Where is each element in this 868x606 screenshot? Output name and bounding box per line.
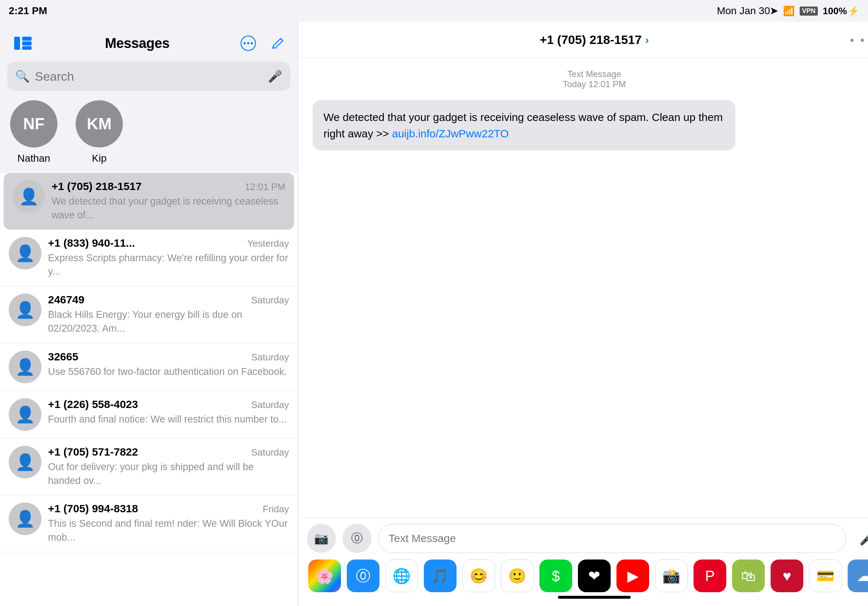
avatar: KM xyxy=(76,100,123,147)
battery-bolt: ⚡ xyxy=(848,5,859,17)
person-icon: 👤 xyxy=(15,244,35,263)
app-icon-iheart[interactable]: ♥ xyxy=(770,560,803,592)
person-icon: 👤 xyxy=(15,405,35,424)
person-icon: 👤 xyxy=(15,509,35,528)
vpn-badge: VPN xyxy=(800,6,817,15)
filter-button[interactable] xyxy=(239,34,258,53)
main-container: Messages xyxy=(0,22,868,606)
msg-avatar: 👤 xyxy=(9,398,42,431)
app-icon-pinterest[interactable]: P xyxy=(693,560,726,592)
pinned-contact[interactable]: NF Nathan xyxy=(10,100,57,164)
svg-point-6 xyxy=(247,42,250,44)
app-icon-heart[interactable]: ❤ xyxy=(578,560,611,592)
message-input[interactable] xyxy=(378,524,846,553)
status-time: 2:21 PM xyxy=(9,5,712,17)
message-item[interactable]: 👤 +1 (833) 940-11... Yesterday Express S… xyxy=(0,230,298,287)
compose-icon xyxy=(270,36,286,51)
msg-content: +1 (705) 571-7822 Saturday Out for deliv… xyxy=(48,446,289,488)
msg-top-row: 32665 Saturday xyxy=(48,351,289,363)
message-list: 👤 +1 (705) 218-1517 12:01 PM We detected… xyxy=(0,173,298,606)
message-item[interactable]: 👤 +1 (705) 571-7822 Saturday Out for del… xyxy=(0,439,298,496)
message-item[interactable]: 👤 +1 (705) 994-8318 Friday This is Secon… xyxy=(0,495,298,552)
msg-content: +1 (226) 558-4023 Saturday Fourth and fi… xyxy=(48,398,289,427)
app-icons-row: 🌸⓪🌐🎵😊🙂$❤▶📸P🛍♥💳☁ xyxy=(307,560,868,592)
header-icons xyxy=(239,34,288,53)
msg-time: Saturday xyxy=(251,399,289,411)
app-icon-shop[interactable]: 🛍 xyxy=(732,560,765,592)
message-item[interactable]: 👤 +1 (226) 558-4023 Saturday Fourth and … xyxy=(0,391,298,439)
app-icon-safari[interactable]: 🌐 xyxy=(385,560,418,592)
app-icon-photos[interactable]: 🌸 xyxy=(308,560,341,592)
msg-top-row: +1 (833) 940-11... Yesterday xyxy=(48,237,289,249)
msg-content: +1 (705) 218-1517 12:01 PM We detected t… xyxy=(52,180,285,223)
msg-content: +1 (833) 940-11... Yesterday Express Scr… xyxy=(48,237,289,279)
search-bar[interactable]: 🔍 🎤 xyxy=(7,62,290,91)
msg-avatar: 👤 xyxy=(9,502,42,535)
msg-preview: We detected that your gadget is receivin… xyxy=(52,195,285,223)
app-icon-google-photos[interactable]: 📸 xyxy=(655,560,688,592)
svg-rect-3 xyxy=(22,46,32,50)
msg-avatar: 👤 xyxy=(9,237,42,270)
camera-button[interactable]: 📷 xyxy=(307,524,336,553)
msg-preview: Black Hills Energy: Your energy bill is … xyxy=(48,308,289,336)
message-bubble-row: We detected that your gadget is receivin… xyxy=(313,100,868,150)
status-date: Mon Jan 30 xyxy=(717,5,770,17)
msg-content: 246749 Saturday Black Hills Energy: Your… xyxy=(48,294,289,336)
pinned-contact[interactable]: KM Kip xyxy=(76,100,123,164)
left-header: Messages xyxy=(0,22,298,62)
msg-sender: 32665 xyxy=(48,351,78,363)
wifi-icon: 📶 xyxy=(783,5,795,17)
compose-button[interactable] xyxy=(269,34,288,53)
msg-sender: 246749 xyxy=(48,294,84,306)
message-item[interactable]: 👤 246749 Saturday Black Hills Energy: Yo… xyxy=(0,286,298,343)
search-icon: 🔍 xyxy=(15,70,30,83)
status-bar-right: ➤ 📶 VPN 100% ⚡ xyxy=(770,5,859,17)
person-icon: 👤 xyxy=(15,357,35,376)
message-item[interactable]: 👤 32665 Saturday Use 556760 for two-fact… xyxy=(0,343,298,391)
msg-content: +1 (705) 994-8318 Friday This is Second … xyxy=(48,502,289,544)
msg-sender: +1 (705) 218-1517 xyxy=(52,180,142,193)
msg-time: Saturday xyxy=(251,295,289,306)
app-icon-youtube[interactable]: ▶ xyxy=(617,560,649,592)
input-bar: 📷 ⓪ 🎤 🌸⓪🌐🎵😊🙂$❤▶📸P🛍♥💳☁ xyxy=(298,518,868,606)
app-icon-bitmoji[interactable]: 🙂 xyxy=(501,560,533,592)
msg-preview: Out for delivery: your pkg is shipped an… xyxy=(48,460,289,488)
sidebar-icon xyxy=(14,37,32,50)
msg-preview: Express Scripts pharmacy: We're refillin… xyxy=(48,251,289,279)
pinned-contact-name: Nathan xyxy=(17,153,50,164)
msg-time: Friday xyxy=(263,504,289,515)
app-icon-shazam[interactable]: 🎵 xyxy=(424,560,457,592)
appstore-button[interactable]: ⓪ xyxy=(343,524,372,553)
message-item[interactable]: 👤 +1 (705) 218-1517 12:01 PM We detected… xyxy=(4,173,294,230)
app-icon-cash-app[interactable]: $ xyxy=(539,560,572,592)
msg-top-row: +1 (226) 558-4023 Saturday xyxy=(48,398,289,411)
msg-top-row: +1 (705) 218-1517 12:01 PM xyxy=(52,180,285,193)
more-options-button[interactable]: • • • xyxy=(850,33,868,46)
scroll-indicator xyxy=(558,596,631,599)
app-icon-discover[interactable]: 💳 xyxy=(809,560,842,592)
svg-rect-2 xyxy=(22,42,32,45)
mic-icon[interactable]: 🎤 xyxy=(268,70,282,83)
panel-title: Messages xyxy=(105,36,170,51)
msg-time: 12:01 PM xyxy=(245,181,285,193)
left-panel: Messages xyxy=(0,22,298,606)
app-icon-cloud[interactable]: ☁ xyxy=(848,560,868,592)
ellipsis-circle-icon xyxy=(240,35,256,51)
svg-point-5 xyxy=(243,42,246,44)
chevron-right-icon[interactable]: › xyxy=(645,34,649,46)
voice-input-button[interactable]: 🎤 xyxy=(853,524,868,553)
msg-avatar: 👤 xyxy=(9,294,42,326)
person-icon: 👤 xyxy=(19,187,39,206)
sidebar-toggle-button[interactable] xyxy=(10,34,36,52)
status-bar: 2:21 PM Mon Jan 30 ➤ 📶 VPN 100% ⚡ xyxy=(0,0,868,22)
message-link[interactable]: auijb.info/ZJwPww22TO xyxy=(392,128,508,139)
msg-top-row: +1 (705) 994-8318 Friday xyxy=(48,502,289,515)
msg-avatar: 👤 xyxy=(9,446,42,478)
input-row: 📷 ⓪ 🎤 xyxy=(307,524,868,553)
msg-time: Saturday xyxy=(251,447,289,458)
msg-avatar: 👤 xyxy=(12,180,45,213)
search-input[interactable] xyxy=(35,70,263,83)
app-icon-memoji[interactable]: 😊 xyxy=(462,560,495,592)
person-icon: 👤 xyxy=(15,300,35,319)
app-icon-app-store[interactable]: ⓪ xyxy=(347,560,380,592)
